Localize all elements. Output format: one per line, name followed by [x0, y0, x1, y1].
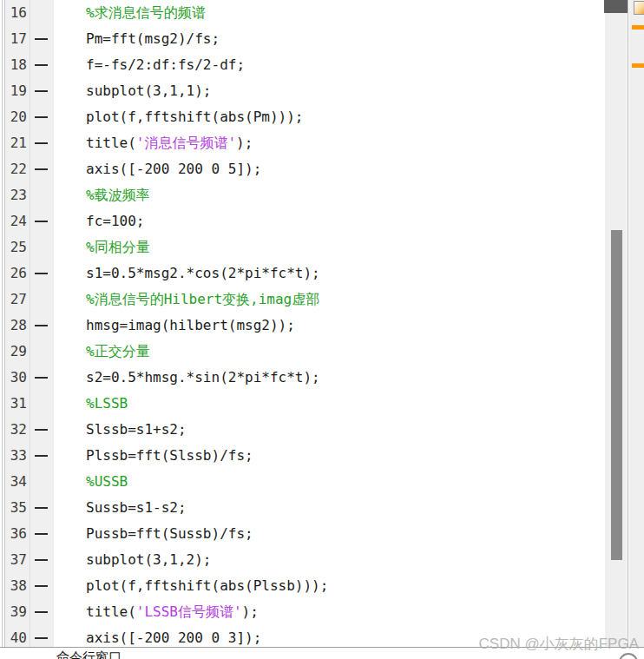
- code-text[interactable]: fc=100;: [54, 208, 605, 234]
- code-text[interactable]: plot(f,fftshift(abs(Pm)));: [54, 104, 605, 130]
- breakpoint-column[interactable]: [30, 417, 54, 443]
- execution-dash[interactable]: [35, 168, 48, 170]
- code-text[interactable]: %正交分量: [54, 339, 605, 365]
- command-window-titlebar[interactable]: 命令行窗口: [0, 647, 644, 659]
- code-text[interactable]: %载波频率: [54, 182, 605, 208]
- breakpoint-column[interactable]: [30, 547, 54, 573]
- breakpoint-column[interactable]: [30, 391, 54, 417]
- code-text[interactable]: %消息信号的Hilbert变换,imag虚部: [54, 287, 605, 313]
- code-line[interactable]: 40axis([-200 200 0 3]);: [5, 625, 605, 648]
- code-line[interactable]: 17Pm=fft(msg2)/fs;: [5, 26, 605, 52]
- warning-marker[interactable]: [632, 25, 644, 30]
- code-text[interactable]: %求消息信号的频谱: [54, 0, 605, 26]
- execution-dash[interactable]: [35, 116, 48, 118]
- code-line[interactable]: 18f=-fs/2:df:fs/2-df;: [5, 52, 605, 78]
- breakpoint-column[interactable]: [30, 443, 54, 469]
- code-text[interactable]: Pussb=fft(Sussb)/fs;: [54, 521, 605, 547]
- code-line[interactable]: 24fc=100;: [5, 208, 605, 234]
- breakpoint-column[interactable]: [30, 469, 54, 495]
- execution-dash[interactable]: [35, 377, 48, 379]
- execution-dash[interactable]: [35, 455, 48, 457]
- code-line[interactable]: 28hmsg=imag(hilbert(msg2));: [5, 313, 605, 339]
- code-text[interactable]: Pm=fft(msg2)/fs;: [54, 26, 605, 52]
- message-indicator-box[interactable]: [634, 1, 644, 15]
- code-text[interactable]: subplot(3,1,2);: [54, 547, 605, 573]
- code-text[interactable]: Sussb=s1-s2;: [54, 495, 605, 521]
- vertical-scrollbar-thumb[interactable]: [611, 230, 622, 560]
- code-line[interactable]: 38plot(f,fftshift(abs(Plssb)));: [5, 573, 605, 599]
- code-line[interactable]: 30s2=0.5*hmsg.*sin(2*pi*fc*t);: [5, 365, 605, 391]
- breakpoint-column[interactable]: [30, 495, 54, 521]
- code-line[interactable]: 32Slssb=s1+s2;: [5, 417, 605, 443]
- code-text[interactable]: title('LSSB信号频谱');: [54, 599, 605, 625]
- execution-dash[interactable]: [35, 142, 48, 144]
- code-line[interactable]: 36Pussb=fft(Sussb)/fs;: [5, 521, 605, 547]
- code-text[interactable]: %USSB: [54, 469, 605, 495]
- code-line[interactable]: 39title('LSSB信号频谱');: [5, 599, 605, 625]
- execution-dash[interactable]: [35, 38, 48, 40]
- code-line[interactable]: 29%正交分量: [5, 339, 605, 365]
- code-line[interactable]: 34%USSB: [5, 469, 605, 495]
- breakpoint-column[interactable]: [30, 521, 54, 547]
- warning-marker[interactable]: [632, 63, 644, 68]
- message-indicator-column[interactable]: [629, 0, 644, 647]
- code-text[interactable]: axis([-200 200 0 5]);: [54, 156, 605, 182]
- execution-dash[interactable]: [35, 533, 48, 535]
- execution-dash[interactable]: [35, 637, 48, 639]
- breakpoint-column[interactable]: [30, 625, 54, 648]
- execution-dash[interactable]: [35, 325, 48, 326]
- breakpoint-column[interactable]: [30, 599, 54, 625]
- breakpoint-column[interactable]: [30, 573, 54, 599]
- code-text[interactable]: plot(f,fftshift(abs(Plssb)));: [54, 573, 605, 599]
- code-line[interactable]: 22axis([-200 200 0 5]);: [5, 156, 605, 182]
- code-line[interactable]: 37subplot(3,1,2);: [5, 547, 605, 573]
- code-lines[interactable]: 16%求消息信号的频谱17Pm=fft(msg2)/fs;18f=-fs/2:d…: [5, 0, 605, 648]
- code-line[interactable]: 33Plssb=fft(Slssb)/fs;: [5, 443, 605, 469]
- breakpoint-column[interactable]: [30, 339, 54, 365]
- code-line[interactable]: 25%同相分量: [5, 234, 605, 260]
- code-text[interactable]: s2=0.5*hmsg.*sin(2*pi*fc*t);: [54, 365, 605, 391]
- code-line[interactable]: 21title('消息信号频谱');: [5, 130, 605, 156]
- code-text[interactable]: hmsg=imag(hilbert(msg2));: [54, 313, 605, 339]
- code-text[interactable]: title('消息信号频谱');: [54, 130, 605, 156]
- code-text[interactable]: Plssb=fft(Slssb)/fs;: [54, 443, 605, 469]
- code-text[interactable]: Slssb=s1+s2;: [54, 417, 605, 443]
- breakpoint-column[interactable]: [30, 287, 54, 313]
- code-line[interactable]: 19subplot(3,1,1);: [5, 78, 605, 104]
- breakpoint-column[interactable]: [30, 130, 54, 156]
- execution-dash[interactable]: [35, 611, 48, 613]
- execution-dash[interactable]: [35, 559, 48, 561]
- code-text[interactable]: axis([-200 200 0 3]);: [54, 625, 605, 648]
- code-line[interactable]: 23%载波频率: [5, 182, 605, 208]
- breakpoint-column[interactable]: [30, 26, 54, 52]
- code-text[interactable]: %LSSB: [54, 391, 605, 417]
- breakpoint-column[interactable]: [30, 52, 54, 78]
- breakpoint-column[interactable]: [30, 156, 54, 182]
- breakpoint-column[interactable]: [30, 208, 54, 234]
- execution-dash[interactable]: [35, 90, 48, 92]
- code-text[interactable]: subplot(3,1,1);: [54, 78, 605, 104]
- execution-dash[interactable]: [35, 585, 48, 587]
- code-text[interactable]: f=-fs/2:df:fs/2-df;: [54, 52, 605, 78]
- execution-dash[interactable]: [35, 429, 48, 431]
- execution-dash[interactable]: [35, 221, 48, 222]
- code-line[interactable]: 26s1=0.5*msg2.*cos(2*pi*fc*t);: [5, 260, 605, 287]
- code-line[interactable]: 27%消息信号的Hilbert变换,imag虚部: [5, 287, 605, 313]
- execution-dash[interactable]: [35, 507, 48, 509]
- code-line[interactable]: 20plot(f,fftshift(abs(Pm)));: [5, 104, 605, 130]
- breakpoint-column[interactable]: [30, 182, 54, 208]
- breakpoint-column[interactable]: [30, 365, 54, 391]
- code-text[interactable]: s1=0.5*msg2.*cos(2*pi*fc*t);: [54, 260, 605, 287]
- code-line[interactable]: 16%求消息信号的频谱: [5, 0, 605, 26]
- breakpoint-column[interactable]: [30, 0, 54, 26]
- breakpoint-column[interactable]: [30, 234, 54, 260]
- breakpoint-column[interactable]: [30, 104, 54, 130]
- code-line[interactable]: 35Sussb=s1-s2;: [5, 495, 605, 521]
- code-line[interactable]: 31%LSSB: [5, 391, 605, 417]
- execution-dash[interactable]: [35, 273, 48, 274]
- execution-dash[interactable]: [35, 64, 48, 66]
- code-text[interactable]: %同相分量: [54, 234, 605, 260]
- breakpoint-column[interactable]: [30, 313, 54, 339]
- breakpoint-column[interactable]: [30, 260, 54, 287]
- breakpoint-column[interactable]: [30, 78, 54, 104]
